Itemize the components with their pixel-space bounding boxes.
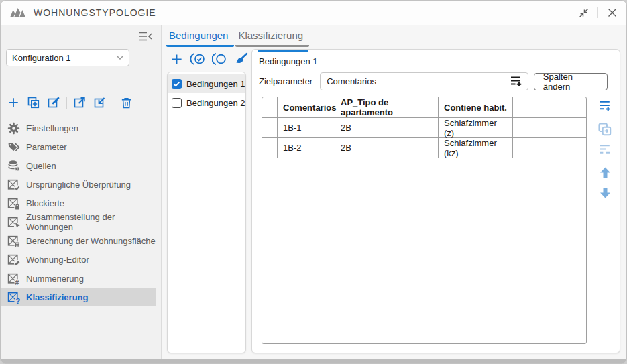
table-cell: 1B-1 — [278, 118, 335, 138]
change-columns-button[interactable]: Spalten ändern — [534, 73, 608, 90]
table-cell — [262, 118, 278, 138]
condition-label: Bedingungen 1 — [186, 79, 245, 89]
database-gear-icon — [7, 160, 20, 172]
tab-klassifizierung[interactable]: Klassifizierung — [235, 28, 309, 47]
window-bottom-edge — [1, 359, 626, 363]
sidebar-item-parameter[interactable]: Parameter — [1, 137, 156, 156]
sidebar-item-zusammenstellung[interactable]: Zusammenstellung der Wohnungen — [1, 213, 156, 231]
svg-text:?: ? — [15, 296, 20, 303]
table-cell: Schlafzimmer (z) — [439, 118, 513, 138]
collapse-sidebar-icon[interactable] — [137, 29, 154, 44]
sidebar-item-nummerierung[interactable]: # Nummerierung — [1, 269, 156, 288]
close-button[interactable] — [598, 1, 626, 25]
condition-list-item[interactable]: Bedingungen 1 — [168, 74, 245, 93]
box-question-icon: ? — [7, 291, 20, 304]
restore-down-button[interactable] — [569, 1, 597, 25]
gear-icon — [7, 122, 20, 135]
table-row[interactable]: 1B-1 2B Schlafzimmer (z) — [262, 118, 586, 138]
sidebar-item-berechnung[interactable]: Berechnung der Wohnungsfläche — [1, 231, 156, 250]
box-cursor-icon — [7, 216, 20, 229]
toolbar-separator — [113, 97, 113, 109]
sidebar-item-label: Blockierte — [26, 198, 64, 208]
sidebar-item-wohnung-editor[interactable]: Wohnung-Editor — [1, 250, 156, 269]
conditions-list: Bedingungen 1 Bedingungen 2 — [167, 72, 246, 353]
app-title: WOHNUNGSTYPOLOGIE — [34, 7, 156, 18]
export-configuration-icon[interactable] — [72, 95, 87, 110]
table-header-cell: Comentarios — [278, 97, 335, 118]
target-parameter-row: Zielparameter Comentarios Spalten ändern — [259, 72, 608, 90]
table-header-row: Comentarios AP_Tipo de apartamento Conti… — [262, 97, 586, 118]
tags-icon — [7, 141, 20, 154]
condition-list-item[interactable]: Bedingungen 2 — [168, 93, 245, 112]
svg-text:#: # — [15, 278, 19, 284]
check-all-icon[interactable] — [190, 52, 205, 66]
sidebar-item-quellen[interactable]: Quellen — [1, 156, 156, 175]
sidebar-item-label: Einstellungen — [26, 123, 78, 133]
target-parameter-select[interactable]: Comentarios — [320, 72, 528, 90]
table-header-cell — [262, 97, 278, 118]
configuration-select-value: Konfiguration 1 — [12, 53, 70, 63]
delete-configuration-icon[interactable] — [119, 95, 133, 110]
sidebar-item-label: Zusammenstellung der Wohnungen — [26, 212, 156, 232]
table-cell: 2B — [335, 138, 439, 158]
sidebar-item-label: Berechnung der Wohnungsfläche — [26, 236, 156, 246]
checkbox-checked-icon[interactable] — [172, 79, 182, 89]
table-side-toolbar — [595, 98, 615, 200]
move-down-icon[interactable] — [597, 184, 613, 200]
import-configuration-icon[interactable] — [93, 95, 107, 110]
conditions-table[interactable]: Comentarios AP_Tipo de apartamento Conti… — [262, 97, 587, 344]
conditions-toolbar — [169, 52, 255, 66]
duplicate-configuration-icon[interactable] — [26, 95, 41, 110]
table-cell: Schlafzimmer (kz) — [439, 138, 513, 158]
add-configuration-icon[interactable] — [6, 95, 21, 110]
configuration-select[interactable]: Konfiguration 1 — [6, 49, 129, 66]
clean-brush-icon[interactable] — [233, 52, 248, 66]
table-header-cell: Contiene habit. — [439, 97, 513, 118]
add-to-list-icon[interactable] — [510, 75, 523, 88]
main-tabs: Bedingungen Klassifizierung — [166, 28, 310, 47]
box-lock-icon — [7, 197, 20, 210]
toolbar-separator — [66, 97, 67, 109]
table-cell — [513, 118, 586, 138]
sidebar-item-urspruengliche-ueberpruefung[interactable]: Ursprüngliche Überprüfung — [1, 175, 156, 194]
sidebar-item-klassifizierung[interactable]: ? Klassifizierung — [1, 288, 156, 306]
sidebar-item-blockierte[interactable]: Blockierte — [1, 194, 156, 213]
box-calculator-icon — [7, 235, 20, 247]
sidebar-item-label: Nummerierung — [26, 274, 84, 284]
detail-tab-indicator — [258, 50, 308, 52]
sidebar: Konfiguration 1 — [1, 25, 162, 359]
sidebar-item-einstellungen[interactable]: Einstellungen — [1, 119, 156, 137]
table-header-cell: AP_Tipo de apartamento — [335, 97, 439, 118]
table-cell: 2B — [335, 118, 439, 138]
add-condition-icon[interactable] — [169, 52, 184, 66]
move-up-icon[interactable] — [597, 164, 613, 180]
sidebar-item-label: Parameter — [26, 142, 67, 152]
change-columns-label: Spalten ändern — [543, 72, 598, 92]
condition-label: Bedingungen 2 — [186, 98, 245, 108]
edit-configuration-icon[interactable] — [46, 95, 61, 110]
table-header-cell — [513, 97, 586, 118]
configuration-toolbar — [6, 95, 133, 110]
duplicate-row-icon[interactable] — [597, 121, 613, 137]
box-hash-icon: # — [7, 272, 20, 285]
table-row[interactable]: 1B-2 2B Schlafzimmer (kz) — [262, 138, 586, 158]
table-cell — [513, 138, 586, 158]
condition-detail-panel: Bedingungen 1 Zielparameter Comentarios … — [251, 49, 620, 353]
sidebar-item-label: Ursprüngliche Überprüfung — [26, 180, 131, 190]
app-window: WOHNUNGSTYPOLOGIE — [0, 0, 627, 364]
detail-tab-label: Bedingungen 1 — [259, 56, 317, 66]
uncheck-all-icon[interactable] — [212, 52, 227, 66]
sidebar-item-label: Quellen — [26, 161, 56, 171]
table-cell — [262, 138, 278, 158]
target-parameter-value: Comentarios — [327, 76, 376, 86]
sidebar-menu: Einstellungen Parameter — [1, 119, 156, 306]
sidebar-item-label: Klassifizierung — [26, 292, 88, 302]
table-cell: 1B-2 — [278, 138, 335, 158]
titlebar: WOHNUNGSTYPOLOGIE — [1, 1, 626, 25]
tab-bedingungen[interactable]: Bedingungen — [166, 28, 234, 47]
box-check-icon — [7, 178, 20, 191]
sidebar-item-label: Wohnung-Editor — [26, 255, 89, 265]
checkbox-unchecked-icon[interactable] — [172, 98, 182, 108]
add-row-icon[interactable] — [597, 98, 613, 114]
remove-row-icon[interactable] — [597, 141, 613, 158]
